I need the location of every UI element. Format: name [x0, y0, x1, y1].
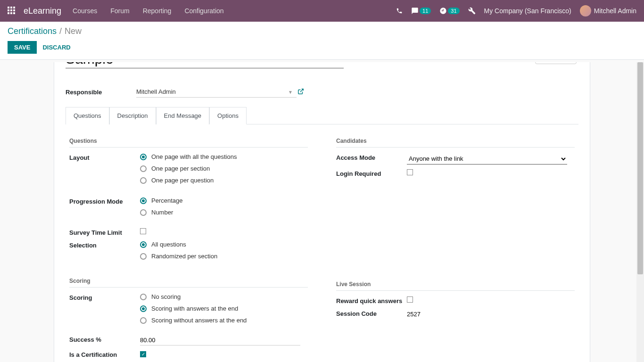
menu-reporting[interactable]: Reporting	[143, 7, 172, 15]
messages-icon[interactable]: 11	[411, 7, 431, 15]
breadcrumb-parent[interactable]: Certifications	[8, 26, 57, 36]
tools-icon[interactable]	[468, 7, 476, 15]
activities-icon[interactable]: 31	[439, 7, 459, 15]
nav-menu: Courses Forum Reporting Configuration	[73, 7, 224, 15]
discard-button[interactable]: DISCARD	[42, 44, 70, 51]
menu-forum[interactable]: Forum	[110, 7, 129, 15]
user-name: Mitchell Admin	[594, 7, 636, 15]
user-menu[interactable]: Mitchell Admin	[580, 5, 636, 16]
control-panel: Certifications / New SAVE DISCARD	[0, 22, 644, 60]
save-button[interactable]: SAVE	[8, 41, 37, 54]
apps-icon[interactable]	[8, 7, 16, 15]
messages-badge: 11	[420, 8, 431, 14]
menu-courses[interactable]: Courses	[73, 7, 97, 15]
navbar: eLearning Courses Forum Reporting Config…	[0, 0, 644, 22]
activities-badge: 31	[448, 8, 459, 14]
menu-configuration[interactable]: Configuration	[184, 7, 223, 15]
phone-icon[interactable]	[396, 8, 403, 14]
avatar	[580, 5, 591, 16]
company-selector[interactable]: My Company (San Francisco)	[484, 7, 571, 15]
brand[interactable]: eLearning	[24, 6, 61, 16]
breadcrumb-current: New	[65, 26, 82, 36]
breadcrumb: Certifications / New	[8, 26, 636, 36]
